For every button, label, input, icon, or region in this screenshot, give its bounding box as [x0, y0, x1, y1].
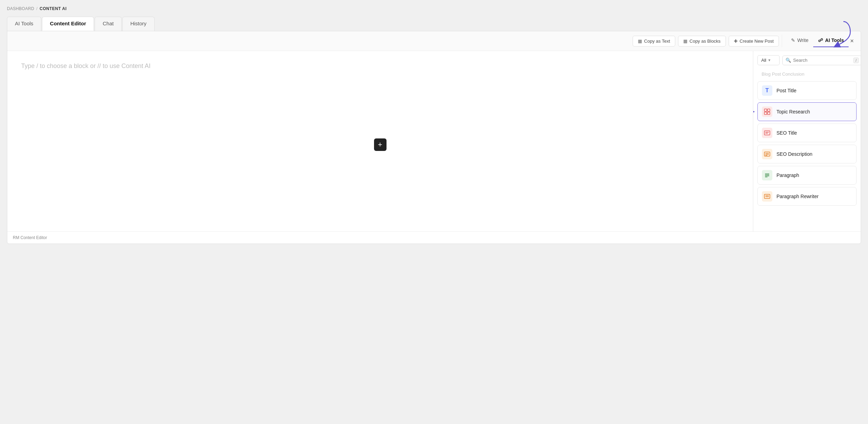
breadcrumb-parent[interactable]: DASHBOARD — [7, 6, 34, 11]
paragraph-icon — [762, 170, 772, 180]
editor-placeholder: Type / to choose a block or // to use Co… — [21, 61, 739, 71]
main-tabs: AI Tools Content Editor Chat History — [7, 17, 861, 31]
panel-tab-group: ✎ Write ☍ AI Tools × — [782, 35, 855, 47]
content-area: Type / to choose a block or // to use Co… — [7, 51, 861, 231]
editor-footer: RM Content Editor — [7, 231, 861, 244]
search-icon: 🔍 — [785, 58, 791, 63]
copy-blocks-icon: ▦ — [683, 39, 687, 44]
svg-rect-4 — [767, 112, 770, 115]
write-icon: ✎ — [791, 37, 795, 43]
chevron-down-icon: ▼ — [767, 58, 771, 62]
tool-item-seo-description[interactable]: SEO Description — [757, 145, 857, 163]
toolbar-row: ▦ Copy as Text ▦ Copy as Blocks ✚ Create… — [7, 31, 861, 51]
topic-research-icon — [762, 107, 772, 117]
breadcrumb-separator: / — [36, 6, 38, 11]
tool-item-paragraph[interactable]: Paragraph — [757, 166, 857, 185]
copy-as-text-button[interactable]: ▦ Copy as Text — [633, 36, 675, 46]
seo-title-label: SEO Title — [776, 130, 797, 136]
post-title-label: Post Title — [776, 88, 797, 93]
filter-select[interactable]: All ▼ — [757, 55, 780, 65]
topic-research-wrapper: Topic Research — [757, 102, 857, 121]
panel-tab-ai-tools[interactable]: ☍ AI Tools — [813, 35, 849, 47]
create-post-icon: ✚ — [734, 39, 738, 44]
partial-tool-item: Blog Post Conclusion — [757, 69, 857, 79]
tool-item-topic-research[interactable]: Topic Research — [757, 102, 857, 121]
panel-tab-write[interactable]: ✎ Write — [786, 35, 813, 47]
right-panel-body: All ▼ 🔍 / Blog Post Conclusion — [753, 51, 861, 231]
tab-ai-tools[interactable]: AI Tools — [7, 17, 41, 31]
svg-rect-1 — [764, 109, 767, 111]
panel-close-button[interactable]: × — [849, 36, 855, 46]
svg-rect-16 — [764, 194, 770, 198]
tool-item-paragraph-rewriter[interactable]: Paragraph Rewriter — [757, 187, 857, 206]
ai-tools-panel-icon: ☍ — [818, 37, 823, 43]
seo-description-icon — [762, 149, 772, 159]
paragraph-label: Paragraph — [776, 172, 799, 178]
paragraph-rewriter-label: Paragraph Rewriter — [776, 194, 818, 199]
editor-section[interactable]: Type / to choose a block or // to use Co… — [7, 51, 753, 231]
tool-item-post-title[interactable]: T Post Title — [757, 81, 857, 100]
search-input[interactable] — [793, 58, 851, 63]
tab-chat[interactable]: Chat — [95, 17, 122, 31]
search-box: 🔍 / — [782, 56, 861, 65]
create-new-post-button[interactable]: ✚ Create New Post — [729, 36, 779, 46]
add-block-button[interactable]: + — [374, 138, 387, 151]
svg-rect-2 — [767, 109, 770, 111]
search-keyboard-shortcut: / — [853, 58, 859, 63]
topic-research-label: Topic Research — [776, 109, 810, 115]
arrow-to-topic-research — [753, 105, 757, 118]
main-panel: ▦ Copy as Text ▦ Copy as Blocks ✚ Create… — [7, 31, 861, 244]
svg-rect-3 — [764, 112, 767, 115]
svg-rect-5 — [764, 131, 770, 135]
breadcrumb-current: CONTENT AI — [40, 6, 67, 11]
tab-content-editor[interactable]: Content Editor — [42, 17, 94, 31]
breadcrumb: DASHBOARD / CONTENT AI — [7, 6, 861, 11]
paragraph-rewriter-icon — [762, 191, 772, 202]
tool-item-seo-title[interactable]: SEO Title — [757, 124, 857, 142]
copy-as-blocks-button[interactable]: ▦ Copy as Blocks — [678, 36, 726, 46]
copy-text-icon: ▦ — [638, 39, 642, 44]
seo-description-label: SEO Description — [776, 151, 812, 157]
right-panel: All ▼ 🔍 / Blog Post Conclusion — [753, 51, 861, 231]
seo-title-icon — [762, 128, 772, 138]
filter-row: All ▼ 🔍 / — [757, 55, 857, 65]
post-title-icon: T — [762, 85, 772, 96]
tab-history[interactable]: History — [122, 17, 155, 31]
